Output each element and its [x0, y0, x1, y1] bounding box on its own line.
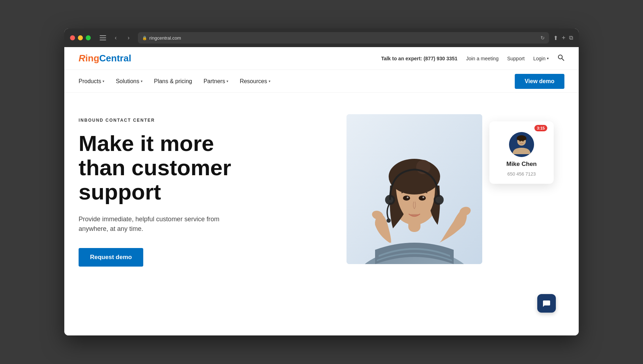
hero-title: Make it more than customer support [79, 131, 264, 204]
site-nav: Products ▾ Solutions ▾ Plans & pricing P… [64, 70, 579, 93]
view-demo-button[interactable]: View demo [515, 74, 564, 89]
agent-image [347, 114, 482, 264]
svg-point-14 [407, 197, 409, 198]
header-phone: Talk to an expert: (877) 930 3351 [381, 56, 458, 61]
browser-controls: ‹ › [98, 33, 134, 43]
nav-plans-pricing[interactable]: Plans & pricing [154, 78, 192, 85]
caller-phone: 650 456 7123 [507, 171, 536, 177]
login-button[interactable]: Login ▾ [533, 56, 549, 61]
site-header: Ring Central Talk to an expert: (877) 93… [64, 47, 579, 70]
search-icon[interactable] [557, 54, 564, 63]
address-bar-container: 🔒 ringcentral.com ↻ [138, 32, 549, 44]
call-timer-badge: 3:15 [534, 125, 547, 131]
chevron-down-icon: ▾ [547, 56, 549, 60]
hero-subtitle: Provide immediate, helpful customer serv… [79, 214, 221, 234]
nav-solutions[interactable]: Solutions ▾ [116, 78, 143, 85]
svg-rect-2 [100, 40, 106, 40]
chat-fab-button[interactable] [537, 294, 556, 313]
chevron-down-icon: ▾ [141, 79, 143, 83]
caller-avatar [509, 132, 534, 157]
call-card: 3:15 [489, 121, 554, 184]
svg-line-4 [562, 59, 564, 61]
sidebar-toggle-button[interactable] [98, 33, 108, 43]
url-text: ringcentral.com [149, 35, 181, 41]
chevron-down-icon: ▾ [103, 79, 104, 83]
tabs-button[interactable]: ⧉ [569, 35, 573, 41]
browser-window: ‹ › 🔒 ringcentral.com ↻ ⬆ + ⧉ Ring Centr… [64, 29, 579, 335]
lock-icon: 🔒 [142, 36, 147, 40]
nav-items: Products ▾ Solutions ▾ Plans & pricing P… [79, 78, 515, 85]
chevron-down-icon: ▾ [269, 79, 270, 83]
share-button[interactable]: ⬆ [553, 35, 558, 41]
hero-left: INBOUND CONTACT CENTER Make it more than… [79, 114, 264, 321]
maximize-button[interactable] [86, 35, 91, 40]
support-link[interactable]: Support [507, 56, 525, 61]
svg-point-19 [435, 197, 442, 203]
minimize-button[interactable] [78, 35, 83, 40]
svg-point-13 [419, 196, 426, 201]
svg-rect-0 [100, 35, 106, 36]
chevron-down-icon: ▾ [226, 79, 228, 83]
svg-point-3 [558, 55, 562, 59]
reload-button[interactable]: ↻ [540, 35, 545, 41]
close-button[interactable] [70, 35, 75, 40]
forward-button[interactable]: › [124, 33, 134, 43]
agent-background [347, 114, 482, 264]
new-tab-button[interactable]: + [562, 34, 565, 42]
address-bar[interactable]: 🔒 ringcentral.com ↻ [138, 32, 549, 44]
svg-point-12 [403, 196, 410, 201]
caller-name: Mike Chen [506, 161, 537, 168]
nav-products[interactable]: Products ▾ [79, 78, 104, 85]
svg-point-20 [387, 218, 391, 223]
browser-content: Ring Central Talk to an expert: (877) 93… [64, 47, 579, 335]
browser-actions: ⬆ + ⧉ [553, 34, 573, 42]
hero-section: INBOUND CONTACT CENTER Make it more than… [64, 93, 579, 335]
join-meeting-link[interactable]: Join a meeting [466, 56, 499, 61]
svg-point-15 [423, 197, 424, 198]
request-demo-button[interactable]: Request demo [79, 248, 143, 267]
traffic-lights [70, 35, 91, 40]
back-button[interactable]: ‹ [111, 33, 121, 43]
logo[interactable]: Ring Central [79, 53, 131, 64]
hero-eyebrow: INBOUND CONTACT CENTER [79, 118, 264, 123]
header-right: Talk to an expert: (877) 930 3351 Join a… [381, 54, 564, 63]
nav-resources[interactable]: Resources ▾ [240, 78, 270, 85]
nav-partners[interactable]: Partners ▾ [204, 78, 228, 85]
hero-right: 3:15 [264, 114, 564, 321]
svg-rect-1 [100, 37, 106, 38]
browser-titlebar: ‹ › 🔒 ringcentral.com ↻ ⬆ + ⧉ [64, 29, 579, 47]
